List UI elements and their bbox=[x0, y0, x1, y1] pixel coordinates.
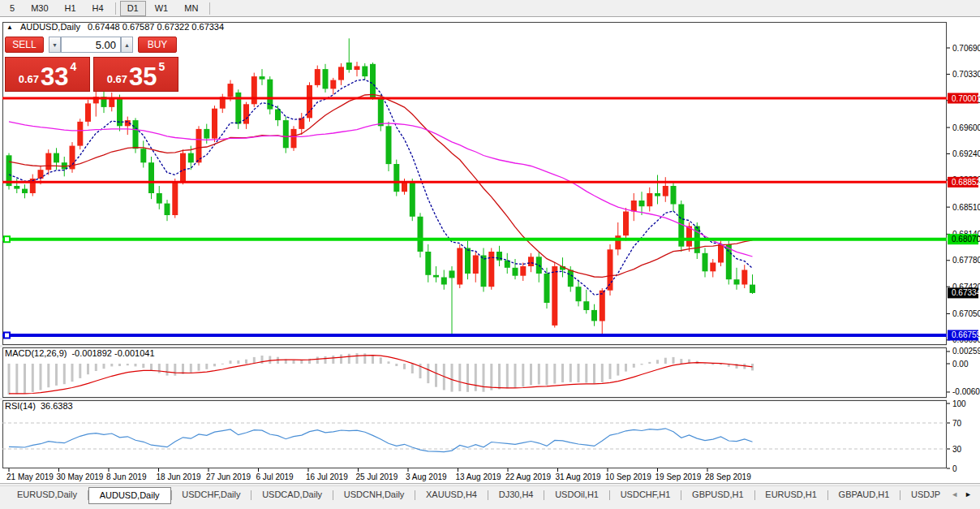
candle-body bbox=[323, 69, 329, 88]
macd-bar bbox=[332, 356, 334, 364]
macd-bar bbox=[230, 360, 232, 364]
volume-input[interactable] bbox=[61, 37, 121, 53]
macd-bar bbox=[293, 360, 295, 364]
candle-body bbox=[307, 85, 312, 118]
candle-body bbox=[54, 153, 59, 163]
macd-bar bbox=[87, 364, 89, 374]
chart-tab-USDOil-H1[interactable]: USDOil,H1 bbox=[544, 487, 609, 503]
chart-tab-AUDUSD-Daily[interactable]: AUDUSD,Daily bbox=[88, 487, 171, 504]
date-axis[interactable]: 21 May 201930 May 20198 Jun 201918 Jun 2… bbox=[6, 468, 751, 481]
candle-body bbox=[583, 301, 589, 310]
tab-scroll-left-icon[interactable]: ◄ bbox=[951, 490, 958, 499]
buy-button[interactable]: BUY bbox=[138, 37, 177, 53]
candle-body bbox=[655, 193, 660, 196]
chart-tab-XAUUSD-H4[interactable]: XAUUSD,H4 bbox=[415, 487, 488, 503]
svg-text:0.00: 0.00 bbox=[952, 360, 969, 369]
candle-body bbox=[718, 244, 724, 263]
chart-tab-DJ30-H4[interactable]: DJ30,H4 bbox=[488, 487, 544, 503]
chart-tab-USDCHF-Daily[interactable]: USDCHF,Daily bbox=[171, 487, 251, 503]
macd-bar bbox=[593, 364, 595, 384]
macd-bar bbox=[458, 364, 461, 391]
candle-body bbox=[228, 84, 234, 97]
macd-bar bbox=[372, 355, 374, 364]
candle-body bbox=[85, 103, 91, 121]
volume-decrease-button[interactable]: ▼ bbox=[49, 37, 61, 53]
macd-bar bbox=[142, 364, 144, 368]
macd-bar bbox=[475, 364, 477, 391]
timeframe-button-W1[interactable]: W1 bbox=[148, 1, 176, 16]
chart-tab-USDCAD-Daily[interactable]: USDCAD,Daily bbox=[251, 487, 333, 503]
macd-bar bbox=[522, 364, 524, 386]
volume-increase-button[interactable]: ▲ bbox=[121, 37, 133, 53]
candle-body bbox=[473, 256, 479, 274]
macd-bar bbox=[625, 364, 627, 372]
rsi-indicator-label: RSI(14) 36.6383 bbox=[5, 401, 73, 411]
candle-body bbox=[133, 120, 139, 149]
line-handle[interactable] bbox=[4, 332, 10, 338]
candle-body bbox=[449, 270, 455, 278]
candle-body bbox=[465, 248, 471, 274]
chart-ohlc-values: 0.67448 0.67587 0.67322 0.67334 bbox=[88, 22, 224, 32]
svg-text:18 Jun 2019: 18 Jun 2019 bbox=[157, 472, 201, 481]
macd-bar bbox=[213, 364, 216, 366]
chart-tab-GBPAUD-H1[interactable]: GBPAUD,H1 bbox=[828, 487, 900, 503]
timeframe-button-D1[interactable]: D1 bbox=[120, 1, 146, 16]
collapse-triangle-icon[interactable]: ▲ bbox=[6, 24, 13, 31]
macd-bar bbox=[47, 364, 49, 387]
chart-tab-EURUSD-H1[interactable]: EURUSD,H1 bbox=[754, 487, 827, 503]
macd-bar bbox=[32, 364, 34, 392]
timeframe-button-MN[interactable]: MN bbox=[177, 1, 205, 16]
macd-bar bbox=[633, 364, 635, 368]
macd-bar bbox=[648, 362, 651, 364]
macd-bar bbox=[110, 364, 113, 366]
timeframe-button-5[interactable]: 5 bbox=[2, 1, 22, 16]
price-axis[interactable]: 0.706900.703300.699700.696000.692400.688… bbox=[947, 44, 980, 473]
candle-body bbox=[576, 287, 582, 301]
macd-bar bbox=[269, 356, 271, 364]
macd-bar bbox=[514, 364, 517, 388]
macd-bar bbox=[356, 353, 359, 364]
rsi-panel-border bbox=[3, 401, 947, 468]
candle-body bbox=[418, 217, 423, 252]
bid-price-box[interactable]: 0.67 33 4 bbox=[5, 57, 90, 92]
macd-bar bbox=[403, 364, 406, 369]
ask-price-box[interactable]: 0.67 35 5 bbox=[93, 57, 178, 92]
tab-scroll-right-icon[interactable]: ► bbox=[965, 490, 972, 499]
svg-text:0.002592: 0.002592 bbox=[952, 347, 980, 356]
candle-body bbox=[196, 129, 202, 162]
timeframe-toolbar[interactable]: 5M30H1H4D1W1MN bbox=[0, 0, 980, 17]
candle-body bbox=[212, 109, 217, 139]
svg-text:25 Jul 2019: 25 Jul 2019 bbox=[356, 472, 398, 481]
chart-tab-USDJP[interactable]: USDJP bbox=[900, 487, 951, 503]
macd-bar bbox=[578, 364, 580, 382]
one-click-trade-panel: SELL ▼ ▲ BUY 0.67 33 4 0.67 35 5 bbox=[5, 37, 178, 92]
candle-body bbox=[291, 129, 297, 148]
chart-tab-GBPUSD-H1[interactable]: GBPUSD,H1 bbox=[681, 487, 754, 503]
macd-indicator-label: MACD(12,26,9) -0.001892 -0.001041 bbox=[5, 348, 155, 358]
chart-tab-EURUSD-Daily[interactable]: EURUSD,Daily bbox=[6, 487, 88, 503]
macd-bar bbox=[680, 359, 682, 364]
chart-tab-USDCNH-Daily[interactable]: USDCNH,Daily bbox=[333, 487, 415, 503]
svg-text:0.69600: 0.69600 bbox=[952, 123, 980, 132]
macd-bar bbox=[617, 364, 619, 376]
candle-body bbox=[425, 252, 431, 275]
spin-up-icon: ▲ bbox=[124, 42, 130, 48]
chart-tab-bar: EURUSD,DailyAUDUSD,DailyUSDCHF,DailyUSDC… bbox=[0, 485, 980, 509]
svg-text:0.70690: 0.70690 bbox=[952, 44, 980, 53]
candle-body bbox=[393, 164, 399, 192]
sell-button[interactable]: SELL bbox=[5, 37, 44, 53]
timeframe-button-H1[interactable]: H1 bbox=[58, 1, 84, 16]
bid-pips: 33 bbox=[41, 67, 68, 88]
timeframe-button-H4[interactable]: H4 bbox=[85, 1, 111, 16]
candle-body bbox=[188, 153, 194, 163]
bid-point: 4 bbox=[71, 60, 77, 73]
macd-bar bbox=[601, 364, 604, 382]
macd-bar bbox=[546, 364, 548, 386]
line-handle[interactable] bbox=[4, 236, 10, 242]
macd-bar bbox=[664, 358, 667, 364]
chart-tab-USDCHF-H1[interactable]: USDCHF,H1 bbox=[610, 487, 681, 503]
timeframe-button-M30[interactable]: M30 bbox=[24, 1, 55, 16]
candle-body bbox=[355, 67, 360, 71]
candle-body bbox=[663, 186, 668, 196]
macd-bar bbox=[609, 364, 612, 379]
